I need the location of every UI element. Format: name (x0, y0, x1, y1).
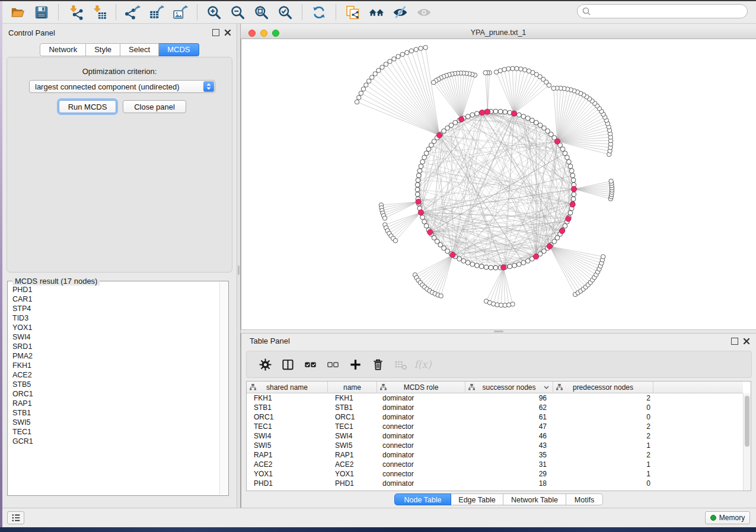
column-label: successor nodes (465, 383, 553, 392)
splitter-grip[interactable] (494, 331, 503, 332)
houses-button[interactable] (365, 3, 388, 21)
table-scrollbar[interactable] (743, 393, 751, 491)
table-cell: 43 (465, 441, 553, 450)
search-box[interactable] (577, 4, 748, 18)
zoom-selected-button[interactable] (273, 3, 297, 21)
mcds-result-item[interactable]: SRD1 (9, 342, 219, 351)
refresh-button[interactable] (307, 3, 331, 21)
network-graph[interactable] (241, 39, 756, 329)
tab-network-table[interactable]: Network Table (503, 493, 566, 505)
zoom-in-button[interactable] (202, 3, 226, 21)
mcds-result-item[interactable]: STB5 (9, 380, 219, 389)
mcds-result-item[interactable]: FKH1 (9, 361, 219, 370)
mcds-result-item[interactable]: ORC1 (9, 389, 219, 399)
import-table-button[interactable] (87, 3, 111, 21)
column-header-successor-nodes[interactable]: successor nodes (465, 382, 553, 393)
column-header-predecessor-nodes[interactable]: predecessor nodes (553, 382, 653, 393)
mcds-result-item[interactable]: ACE2 (9, 370, 219, 380)
table-cell: SWI5 (328, 441, 377, 450)
control-panel-tabs: NetworkStyleSelectMCDS (2, 43, 237, 56)
column-header-MCDS-role[interactable]: MCDS role (377, 382, 465, 393)
table-row[interactable]: FKH1FKH1dominator962 (247, 393, 743, 403)
tab-node-table[interactable]: Node Table (394, 493, 451, 505)
table-row[interactable]: ACE2ACE2connector311 (247, 460, 743, 469)
network-view[interactable] (241, 39, 756, 329)
mcds-result-item[interactable]: CAR1 (9, 294, 219, 304)
table-cell: dominator (377, 412, 465, 422)
tab-motifs[interactable]: Motifs (566, 493, 603, 505)
columns-button[interactable] (276, 354, 299, 374)
uncheck-all-button[interactable] (321, 354, 344, 374)
table-delete-button[interactable] (389, 354, 412, 374)
task-history-button[interactable] (7, 511, 24, 524)
mcds-result-item[interactable]: YOX1 (9, 323, 219, 332)
mcds-result-item[interactable]: STP4 (9, 304, 219, 313)
search-input[interactable] (591, 5, 747, 17)
mcds-result-item[interactable]: PHD1 (9, 285, 219, 294)
mcds-result-item[interactable]: STB1 (9, 408, 219, 418)
gear-button[interactable] (254, 354, 276, 374)
table-row[interactable]: PHD1PHD1dominator180 (247, 479, 743, 488)
tab-network[interactable]: Network (40, 43, 86, 56)
tab-style[interactable]: Style (86, 43, 120, 56)
table-row[interactable]: SWI4SWI4dominator462 (247, 431, 743, 441)
vertical-splitter[interactable] (237, 24, 241, 508)
float-panel-icon[interactable] (212, 29, 219, 36)
copy-network-button[interactable] (341, 3, 365, 21)
memory-button[interactable]: Memory (705, 511, 750, 524)
export-table-button[interactable] (145, 3, 168, 21)
table-cell: SWI4 (247, 431, 328, 441)
zoom-out-icon (230, 5, 245, 20)
table-cell: FKH1 (247, 393, 328, 403)
export-network-icon (125, 5, 141, 20)
splitter-grip[interactable] (238, 265, 240, 275)
folder-open-button[interactable] (6, 3, 30, 21)
table-row[interactable]: STB1STB1dominator620 (247, 403, 743, 412)
column-header-shared-name[interactable]: shared name (247, 382, 328, 393)
zoom-out-button[interactable] (226, 3, 250, 21)
save-button[interactable] (30, 3, 53, 21)
column-header-name[interactable]: name (328, 382, 377, 393)
scrollbar-thumb[interactable] (745, 396, 749, 447)
table-cell: 47 (465, 422, 553, 431)
table-cell: ACE2 (247, 460, 328, 469)
trash-button[interactable] (366, 354, 389, 374)
zoom-fit-button[interactable] (250, 3, 273, 21)
hide-eye-button[interactable] (388, 3, 412, 21)
table-row[interactable]: TEC1TEC1connector472 (247, 422, 743, 431)
result-scrollbar[interactable] (219, 282, 228, 495)
copy-network-icon (345, 5, 361, 20)
mcds-result-item[interactable]: SWI4 (9, 332, 219, 342)
tab-select[interactable]: Select (120, 43, 159, 56)
table-row[interactable]: RAP1RAP1dominator352 (247, 450, 743, 460)
mcds-result-item[interactable]: TID3 (9, 313, 219, 323)
import-network-button[interactable] (63, 3, 87, 21)
show-eye-button[interactable] (412, 3, 436, 21)
close-panel-icon[interactable] (743, 338, 750, 345)
float-panel-icon[interactable] (731, 338, 738, 345)
mcds-result-item[interactable]: PMA2 (9, 351, 219, 361)
close-panel-button[interactable]: Close panel (123, 100, 186, 113)
export-image-button[interactable] (168, 3, 192, 21)
plus-button[interactable] (344, 354, 366, 374)
mcds-result-item[interactable]: TEC1 (9, 427, 219, 437)
check-all-button[interactable] (299, 354, 321, 374)
horizontal-splitter[interactable] (241, 329, 756, 334)
tab-edge-table[interactable]: Edge Table (451, 493, 503, 505)
mcds-result-item[interactable]: RAP1 (9, 399, 219, 408)
mcds-result-item[interactable]: SWI5 (9, 418, 219, 427)
optimization-criterion-select[interactable]: largest connected component (undirected) (29, 80, 215, 93)
run-mcds-button[interactable]: Run MCDS (59, 100, 116, 113)
tab-mcds[interactable]: MCDS (159, 43, 199, 56)
table-cell: ORC1 (247, 412, 328, 422)
table-row[interactable]: SWI5SWI5connector431 (247, 441, 743, 450)
table-row[interactable]: YOX1YOX1connector291 (247, 469, 743, 479)
close-panel-icon[interactable] (224, 29, 231, 36)
mcds-result-item[interactable]: GCR1 (9, 437, 219, 446)
table-cell: RAP1 (328, 450, 377, 460)
export-network-button[interactable] (121, 3, 145, 21)
table-cell: 2 (553, 431, 653, 441)
fx-button[interactable]: f(x) (412, 354, 434, 374)
table-row[interactable]: ORC1ORC1dominator610 (247, 412, 743, 422)
network-window-titlebar[interactable]: YPA_prune.txt_1 (241, 27, 756, 39)
